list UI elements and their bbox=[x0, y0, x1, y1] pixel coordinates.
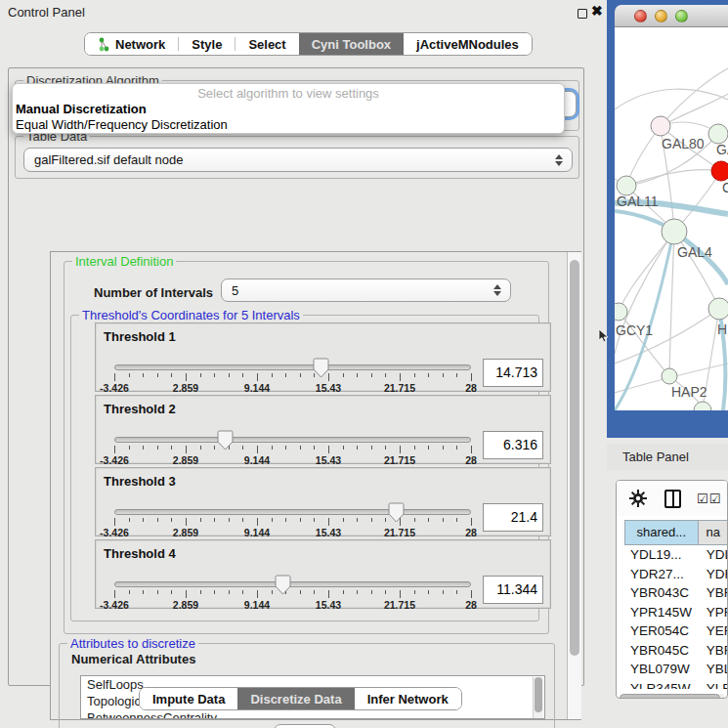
slider-thumb[interactable] bbox=[275, 575, 291, 599]
network-window-titlebar[interactable] bbox=[615, 5, 728, 27]
network-node bbox=[662, 368, 677, 384]
tab-label: Network bbox=[115, 37, 165, 52]
cell-shared-name[interactable]: YPR145W bbox=[624, 603, 699, 622]
threshold-label: Threshold 4 bbox=[104, 546, 176, 561]
table-row[interactable]: YLR345WYLR3 bbox=[624, 679, 728, 690]
network-canvas[interactable]: GAL80GACGAL11GAL4GCY1HHAP2 bbox=[615, 27, 728, 410]
top-tab-bar: NetworkStyleSelectCyni ToolboxjActiveMNo… bbox=[84, 32, 533, 56]
cell-shared-name[interactable]: YDL19... bbox=[624, 545, 699, 565]
column-header-name[interactable]: na bbox=[699, 520, 728, 545]
column-header-shared[interactable]: shared... bbox=[624, 520, 699, 545]
cell-name[interactable]: YBL0 bbox=[699, 660, 728, 679]
dropdown-placeholder: Select algorithm to view settings bbox=[13, 84, 564, 102]
list-scrollbar[interactable] bbox=[533, 677, 543, 719]
num-intervals-label: Number of Intervals bbox=[94, 285, 213, 300]
cell-name[interactable]: YBR0 bbox=[699, 641, 728, 661]
network-edge bbox=[661, 68, 728, 126]
tab-label: Style bbox=[192, 37, 222, 52]
tab-discretize-data[interactable]: Discretize Data bbox=[237, 688, 354, 709]
table-row[interactable]: YDL19...YDL1 bbox=[624, 545, 728, 565]
network-node bbox=[708, 124, 728, 144]
threshold-row: Threshold 3-3.4262.8599.14415.4321.71528… bbox=[95, 467, 551, 536]
slider-ticks bbox=[114, 373, 471, 382]
node-table[interactable]: shared... na YDL19...YDL1YDR27...YDR2YBR… bbox=[624, 520, 728, 689]
cell-shared-name[interactable]: YBL079W bbox=[624, 660, 699, 679]
slider-track[interactable] bbox=[114, 581, 471, 587]
cell-shared-name[interactable]: YBR043C bbox=[624, 583, 699, 603]
network-node bbox=[615, 303, 627, 321]
cell-shared-name[interactable]: YBR045C bbox=[624, 641, 699, 661]
tab-jactivemnodules[interactable]: jActiveMNodules bbox=[404, 33, 532, 55]
cell-name[interactable]: YER0 bbox=[699, 621, 728, 641]
slider-thumb[interactable] bbox=[217, 430, 234, 454]
apply-button[interactable]: Apply bbox=[274, 724, 336, 728]
table-toolbar: ☑☑ bbox=[617, 481, 727, 516]
table-row[interactable]: YDR27...YDR2 bbox=[624, 565, 728, 584]
cell-shared-name[interactable]: YLR345W bbox=[624, 679, 699, 690]
minimize-traffic-light-icon[interactable] bbox=[655, 10, 667, 22]
cell-name[interactable]: YPR1 bbox=[699, 603, 728, 622]
settings-scroll-panel: Interval Definition Number of Intervals … bbox=[50, 251, 581, 720]
gear-icon[interactable] bbox=[629, 490, 647, 507]
slider-tick-labels: -3.4262.8599.14415.4321.71528 bbox=[114, 382, 471, 394]
dropdown-item[interactable]: Equal Width/Frequency Discretization bbox=[13, 117, 564, 133]
checkbox-icons[interactable]: ☑☑ bbox=[697, 492, 721, 506]
tab-infer-network[interactable]: Infer Network bbox=[355, 688, 461, 709]
thresholds-group: Threshold's Coordinates for 5 Intervals … bbox=[70, 315, 539, 621]
tab-cyni-toolbox[interactable]: Cyni Toolbox bbox=[299, 33, 404, 55]
network-node-label: GAL4 bbox=[677, 244, 712, 260]
table-row[interactable]: YBR045CYBR0 bbox=[624, 641, 728, 661]
table-row[interactable]: YBR043CYBR0 bbox=[624, 583, 728, 603]
tab-network[interactable]: Network bbox=[85, 33, 178, 55]
columns-icon[interactable] bbox=[664, 490, 681, 508]
network-node bbox=[662, 219, 687, 244]
cell-name[interactable]: YDR2 bbox=[699, 565, 728, 584]
cell-shared-name[interactable]: YER054C bbox=[624, 621, 699, 641]
tab-style[interactable]: Style bbox=[179, 33, 235, 55]
num-intervals-value: 5 bbox=[222, 283, 491, 298]
thresholds-group-label: Threshold's Coordinates for 5 Intervals bbox=[79, 308, 303, 322]
mouse-cursor bbox=[598, 328, 610, 344]
tab-select[interactable]: Select bbox=[236, 33, 298, 55]
table-row[interactable]: YPR145WYPR1 bbox=[624, 603, 728, 622]
threshold-value-field[interactable]: 6.316 bbox=[483, 431, 543, 459]
attributes-group-label: Attributes to discretize bbox=[67, 636, 198, 651]
slider-track[interactable] bbox=[114, 509, 471, 515]
network-node bbox=[711, 161, 728, 181]
slider-track[interactable] bbox=[114, 437, 471, 443]
close-icon[interactable]: ✖ bbox=[591, 3, 603, 19]
cyni-toolbox-panel: Discretization Algorithm Table Data galF… bbox=[8, 67, 584, 686]
network-edge bbox=[661, 94, 728, 126]
network-node-label: GAL80 bbox=[662, 136, 705, 151]
slider-thumb[interactable] bbox=[313, 358, 329, 382]
slider-thumb[interactable] bbox=[388, 502, 405, 527]
table-data-combobox[interactable]: galFiltered.sif default node bbox=[23, 148, 573, 172]
table-row[interactable]: YBL079WYBL0 bbox=[624, 660, 728, 679]
horizontal-scrollbar[interactable] bbox=[620, 694, 725, 699]
slider-track[interactable] bbox=[114, 364, 471, 370]
cell-name[interactable]: YLR3 bbox=[699, 679, 728, 690]
threshold-value-field[interactable]: 11.344 bbox=[483, 576, 543, 604]
network-edge bbox=[615, 89, 728, 109]
cell-name[interactable]: YBR0 bbox=[699, 583, 728, 603]
slider-ticks bbox=[114, 590, 471, 599]
panel-scrollbar[interactable] bbox=[567, 252, 581, 719]
table-panel-body: ☑☑ shared... na YDL19...YDL1YDR27...YDR2… bbox=[607, 470, 728, 728]
network-node-label: GCY1 bbox=[616, 322, 653, 338]
threshold-value-field[interactable]: 21.4 bbox=[483, 503, 543, 532]
threshold-value-field[interactable]: 14.713 bbox=[483, 359, 543, 387]
close-traffic-light-icon[interactable] bbox=[634, 10, 647, 22]
zoom-traffic-light-icon[interactable] bbox=[675, 10, 688, 22]
tab-impute-data[interactable]: Impute Data bbox=[140, 688, 237, 709]
cell-name[interactable]: YDL1 bbox=[699, 545, 728, 565]
network-node bbox=[708, 298, 728, 320]
table-row[interactable]: YER054CYER0 bbox=[624, 621, 728, 641]
network-node bbox=[617, 176, 636, 195]
threshold-label: Threshold 3 bbox=[104, 474, 176, 489]
attribute-list-item[interactable]: BetweennessCentrality bbox=[81, 709, 544, 719]
num-intervals-combobox[interactable]: 5 bbox=[221, 278, 511, 302]
cell-shared-name[interactable]: YDR27... bbox=[624, 565, 699, 584]
dropdown-item[interactable]: Manual Discretization bbox=[13, 102, 564, 117]
threshold-row: Threshold 2-3.4262.8599.14415.4321.71528… bbox=[95, 395, 551, 464]
float-window-icon[interactable] bbox=[578, 9, 587, 19]
